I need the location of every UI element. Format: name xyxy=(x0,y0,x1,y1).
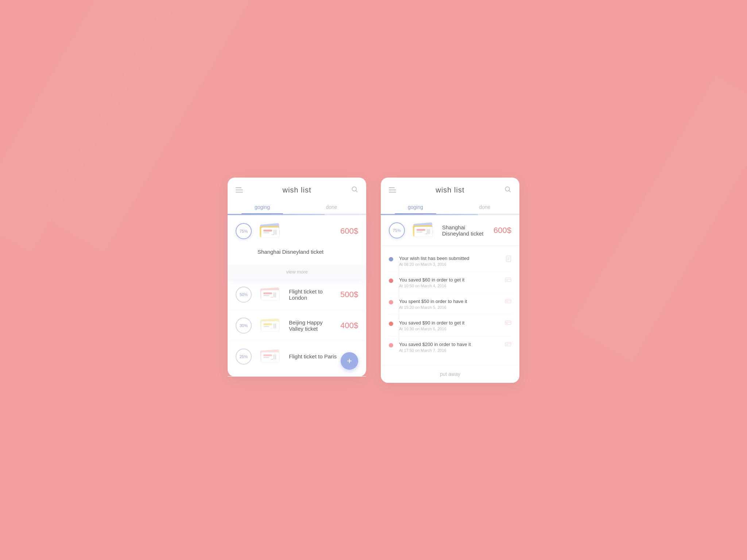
item-price-1: 600$ xyxy=(340,226,358,236)
svg-rect-8 xyxy=(263,232,269,233)
svg-rect-45 xyxy=(417,232,422,233)
tab-done-left[interactable]: done xyxy=(297,201,366,214)
svg-rect-66 xyxy=(506,345,508,345)
svg-rect-28 xyxy=(275,323,276,328)
timeline-dot-2 xyxy=(389,279,393,283)
timeline-icon-5 xyxy=(505,342,511,348)
wish-item-3[interactable]: 30% → Beijing Happy Valley ticket xyxy=(228,310,366,341)
percent-badge-1: 75% xyxy=(236,223,252,239)
item-name-3: Beijing Happy Valley ticket xyxy=(289,319,334,332)
timeline-title-1: Your wish list has been submitted xyxy=(399,256,500,261)
timeline-content-3: You spent $50 in order to have it At 15:… xyxy=(399,299,499,310)
add-button[interactable]: + xyxy=(341,352,358,370)
timeline-icon-1 xyxy=(506,256,511,264)
timeline-time-4: At 16:30 on March 6, 2016 xyxy=(399,327,499,331)
svg-rect-24 xyxy=(263,323,272,325)
tab-goging-left[interactable]: goging xyxy=(228,201,297,214)
svg-rect-25 xyxy=(263,326,269,327)
timeline-time-1: At 08:20 on March 3, 2016 xyxy=(399,262,500,267)
left-panel: wish list goging done 75% xyxy=(228,178,366,377)
svg-rect-36 xyxy=(275,354,276,359)
timeline-title-3: You spent $50 in order to have it xyxy=(399,299,499,304)
put-away-button[interactable]: put away xyxy=(381,365,519,383)
svg-rect-19 xyxy=(275,292,275,298)
timeline-icon-3 xyxy=(505,299,511,305)
item-name-2: Flight ticket to London xyxy=(289,288,334,301)
timeline-time-3: At 15:20 on March 5, 2016 xyxy=(399,305,499,310)
svg-rect-58 xyxy=(505,299,511,303)
svg-rect-12 xyxy=(276,230,277,235)
search-icon-right[interactable] xyxy=(504,186,511,195)
featured-item-right[interactable]: 75% → Shanghai Disneyland ticket xyxy=(381,215,519,246)
svg-rect-61 xyxy=(505,321,511,324)
svg-line-39 xyxy=(509,190,511,192)
right-tab-nav: goging done xyxy=(381,201,519,214)
timeline-content-4: You saved $90 in order to get it At 16:3… xyxy=(399,320,499,331)
svg-rect-27 xyxy=(275,323,275,328)
svg-rect-47 xyxy=(428,229,428,234)
item-name-1: Shanghai Disneyland ticket xyxy=(258,249,324,255)
svg-rect-34 xyxy=(274,354,274,359)
left-title: wish list xyxy=(282,186,311,194)
svg-rect-17 xyxy=(263,295,269,296)
timeline-item-3: You spent $50 in order to have it At 15:… xyxy=(389,293,511,315)
timeline-icon-4 xyxy=(505,320,511,327)
svg-rect-32 xyxy=(263,354,272,356)
percent-badge-3: 30% xyxy=(236,318,252,334)
svg-text:→: → xyxy=(424,232,427,236)
svg-rect-49 xyxy=(430,229,430,234)
view-more-button[interactable]: view more xyxy=(228,265,366,279)
svg-line-1 xyxy=(356,190,357,192)
timeline-dot-1 xyxy=(389,257,393,261)
wish-item-4[interactable]: 25% → Flight ticket to Paris xyxy=(228,341,366,377)
ticket-icon-1: → xyxy=(258,222,283,240)
svg-text:→: → xyxy=(271,232,274,236)
percent-badge-2: 50% xyxy=(236,287,252,303)
wish-item-1[interactable]: 75% xyxy=(228,215,366,279)
svg-rect-57 xyxy=(506,280,508,281)
svg-rect-33 xyxy=(263,357,269,358)
item-price-3: 400$ xyxy=(340,321,358,330)
timeline-time-2: At 10:50 on March 4, 2016 xyxy=(399,284,499,288)
timeline: Your wish list has been submitted At 08:… xyxy=(381,246,519,365)
featured-item-price-right: 600$ xyxy=(494,226,511,235)
timeline-dot-4 xyxy=(389,322,393,326)
timeline-title-5: You saved $200 in order to have it xyxy=(399,342,499,347)
svg-rect-35 xyxy=(275,354,275,359)
svg-point-38 xyxy=(505,187,510,191)
wish-list-left: 75% xyxy=(228,215,366,377)
tab-done-right[interactable]: done xyxy=(450,201,519,214)
svg-rect-20 xyxy=(275,292,276,298)
svg-rect-26 xyxy=(274,323,274,328)
ticket-icon-2: → xyxy=(258,286,283,303)
percent-badge-4: 25% xyxy=(236,349,252,365)
svg-rect-16 xyxy=(263,292,272,294)
svg-text:→: → xyxy=(270,357,274,361)
timeline-title-2: You saved $60 in order to get it xyxy=(399,277,499,283)
svg-rect-44 xyxy=(417,229,425,231)
svg-rect-10 xyxy=(275,230,275,235)
timeline-content-2: You saved $60 in order to get it At 10:5… xyxy=(399,277,499,288)
featured-item-name-right: Shanghai Disneyland ticket xyxy=(442,224,488,237)
timeline-icon-2 xyxy=(505,277,511,284)
svg-point-0 xyxy=(352,187,356,191)
svg-rect-55 xyxy=(505,278,511,281)
svg-rect-63 xyxy=(506,323,508,324)
menu-icon[interactable] xyxy=(236,187,243,192)
right-panel: wish list goging done 75% xyxy=(381,178,519,383)
timeline-content-5: You saved $200 in order to have it At 17… xyxy=(399,342,499,353)
timeline-dot-3 xyxy=(389,300,393,304)
tab-goging-right[interactable]: goging xyxy=(381,201,450,214)
left-header: wish list xyxy=(228,178,366,195)
timeline-content-1: Your wish list has been submitted At 08:… xyxy=(399,256,500,267)
svg-rect-7 xyxy=(263,230,272,232)
search-icon[interactable] xyxy=(351,186,358,195)
timeline-title-4: You saved $90 in order to get it xyxy=(399,320,499,326)
svg-text:→: → xyxy=(270,295,274,299)
menu-icon-right[interactable] xyxy=(389,187,396,192)
svg-rect-60 xyxy=(506,302,508,302)
svg-rect-64 xyxy=(505,342,511,346)
wish-item-2[interactable]: 50% → Flight ticket to London xyxy=(228,279,366,310)
timeline-item-1: Your wish list has been submitted At 08:… xyxy=(389,250,511,272)
ticket-icon-3: → xyxy=(258,317,283,334)
